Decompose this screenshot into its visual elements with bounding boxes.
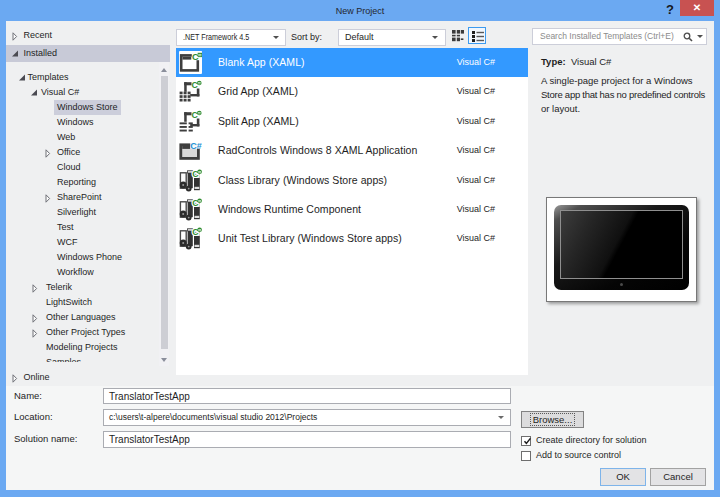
svg-text:C: C [192,110,199,120]
svg-text:C: C [192,80,199,90]
svg-text:C#: C# [190,141,202,151]
